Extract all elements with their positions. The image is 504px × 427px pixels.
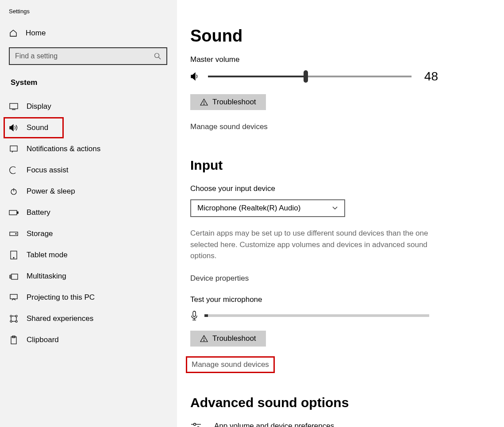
troubleshoot-input-button[interactable]: Troubleshoot [190, 331, 266, 347]
sidebar-nav: Display Sound Notifications & actions Fo… [0, 96, 177, 351]
sound-icon [9, 124, 19, 132]
sidebar-item-label: Shared experiences [27, 314, 93, 323]
sidebar-item-label: Focus assist [27, 166, 68, 175]
sidebar-home[interactable]: Home [0, 23, 177, 44]
home-icon [9, 29, 18, 38]
tablet-icon [9, 251, 19, 259]
input-device-selected: Microphone (Realtek(R) Audio) [197, 204, 300, 213]
mic-test-row [190, 310, 429, 321]
device-properties-link[interactable]: Device properties [190, 274, 249, 283]
svg-rect-4 [10, 146, 17, 151]
search-input[interactable] [15, 52, 154, 60]
advanced-heading: Advanced sound options [190, 395, 491, 410]
sidebar-item-label: Tablet mode [27, 251, 68, 259]
advanced-item-title: App volume and device preferences [214, 422, 399, 427]
chevron-down-icon [332, 206, 338, 210]
page-title: Sound [190, 27, 491, 46]
app-title: Settings [0, 5, 177, 23]
manage-sound-devices-link-input[interactable]: Manage sound devices [192, 360, 269, 369]
sidebar-item-focus-assist[interactable]: Focus assist [0, 160, 177, 181]
sidebar-item-label: Storage [27, 229, 53, 238]
notifications-icon [9, 145, 19, 153]
battery-icon [9, 210, 19, 216]
sidebar-item-multitasking[interactable]: Multitasking [0, 266, 177, 287]
svg-rect-7 [9, 210, 17, 215]
slider-fill [208, 76, 306, 77]
svg-point-10 [15, 233, 16, 234]
main-content: Sound Master volume 48 Troubleshoot Mana… [177, 0, 504, 427]
manage-sound-devices-link-output[interactable]: Manage sound devices [190, 122, 268, 131]
sidebar-item-battery[interactable]: Battery [0, 202, 177, 223]
input-help-text: Certain apps may be set up to use differ… [190, 228, 438, 262]
sidebar-section-label: System [0, 73, 177, 96]
sidebar-item-storage[interactable]: Storage [0, 223, 177, 244]
svg-point-19 [10, 320, 12, 322]
sidebar: Settings Home System Display [0, 0, 177, 427]
troubleshoot-label: Troubleshoot [212, 334, 256, 343]
master-volume-value: 48 [419, 69, 438, 84]
warning-icon [200, 335, 208, 342]
input-heading: Input [190, 158, 491, 173]
sidebar-item-label: Multitasking [27, 272, 66, 281]
svg-point-35 [194, 423, 196, 425]
multitasking-icon [9, 273, 19, 280]
svg-rect-2 [10, 103, 18, 109]
sidebar-item-projecting[interactable]: Projecting to this PC [0, 287, 177, 308]
sidebar-item-label: Clipboard [27, 336, 59, 344]
sidebar-item-tablet-mode[interactable]: Tablet mode [0, 244, 177, 266]
sidebar-item-power-sleep[interactable]: Power & sleep [0, 181, 177, 202]
svg-point-0 [155, 53, 159, 58]
svg-point-12 [13, 257, 14, 258]
display-icon [9, 103, 19, 110]
sidebar-item-label: Notifications & actions [27, 145, 100, 153]
svg-point-17 [10, 315, 12, 317]
advanced-item-app-volume[interactable]: App volume and device preferences Custom… [190, 422, 491, 427]
svg-point-28 [204, 104, 204, 104]
mic-level-bar [204, 314, 429, 317]
sidebar-item-label: Projecting to this PC [27, 293, 95, 302]
annotation-highlight-manage-devices: Manage sound devices [186, 356, 275, 373]
master-volume-slider[interactable] [208, 76, 412, 77]
input-device-select[interactable]: Microphone (Realtek(R) Audio) [190, 199, 345, 217]
sidebar-item-shared-experiences[interactable]: Shared experiences [0, 308, 177, 329]
storage-icon [9, 231, 19, 237]
svg-point-20 [15, 320, 17, 322]
sidebar-item-label: Power & sleep [27, 187, 75, 196]
sidebar-item-display[interactable]: Display [0, 96, 177, 117]
test-mic-label: Test your microphone [190, 295, 491, 304]
power-icon [9, 187, 19, 195]
svg-point-18 [15, 315, 17, 317]
sidebar-home-label: Home [26, 29, 46, 38]
clipboard-icon [9, 336, 19, 344]
sidebar-item-label: Battery [27, 208, 50, 217]
warning-icon [200, 99, 208, 106]
projecting-icon [9, 294, 19, 301]
svg-line-1 [159, 57, 161, 60]
sliders-icon [190, 422, 204, 427]
master-volume-row: 48 [190, 69, 438, 84]
sidebar-item-clipboard[interactable]: Clipboard [0, 329, 177, 351]
svg-rect-13 [12, 274, 18, 279]
troubleshoot-output-button[interactable]: Troubleshoot [190, 94, 266, 110]
master-volume-label: Master volume [190, 55, 491, 64]
svg-point-33 [204, 340, 204, 340]
svg-rect-16 [10, 294, 17, 299]
search-box[interactable] [9, 47, 167, 65]
sidebar-item-sound[interactable]: Sound [0, 117, 177, 138]
svg-rect-29 [193, 311, 196, 316]
search-container [0, 44, 177, 73]
troubleshoot-label: Troubleshoot [212, 98, 256, 107]
search-icon [154, 53, 161, 60]
choose-input-label: Choose your input device [190, 184, 491, 193]
sidebar-item-notifications[interactable]: Notifications & actions [0, 138, 177, 160]
speaker-icon[interactable] [190, 72, 201, 81]
sidebar-item-label: Sound [27, 123, 48, 132]
microphone-icon [190, 310, 198, 321]
sidebar-item-label: Display [27, 102, 51, 111]
svg-rect-8 [17, 212, 18, 214]
advanced-item-text: App volume and device preferences Custom… [214, 422, 399, 427]
focus-assist-icon [9, 166, 19, 175]
slider-thumb[interactable] [304, 70, 308, 83]
shared-icon [9, 314, 19, 323]
